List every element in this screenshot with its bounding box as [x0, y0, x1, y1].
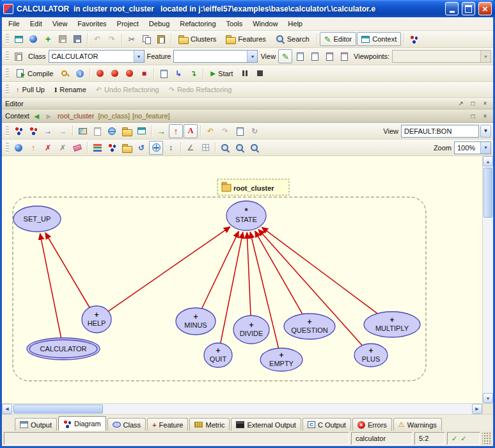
rename-button[interactable]: Rename — [50, 83, 91, 97]
horizontal-scroll-thumb[interactable] — [13, 404, 103, 413]
chevron-down-icon[interactable] — [247, 51, 257, 62]
add-link-button[interactable] — [154, 124, 168, 138]
menu-item-favorites[interactable]: Favorites — [72, 18, 111, 29]
inheritance-mode-button[interactable] — [169, 124, 183, 138]
toolbar-gripper[interactable] — [6, 84, 9, 95]
copy-button[interactable] — [139, 32, 153, 46]
diagram-history-button[interactable] — [233, 124, 247, 138]
freeze-button[interactable] — [58, 67, 72, 81]
eraser-button[interactable] — [70, 141, 84, 155]
menu-item-window[interactable]: Window — [248, 18, 283, 29]
cluster-layout-button[interactable] — [120, 141, 134, 155]
resize-grip[interactable] — [482, 432, 491, 445]
scroll-down-button[interactable]: ▼ — [483, 393, 493, 403]
context-close-button[interactable] — [480, 111, 490, 120]
features-button[interactable]: Features — [221, 32, 270, 46]
toolbar-gripper[interactable] — [6, 51, 9, 61]
center-diagram-button[interactable] — [26, 141, 40, 155]
class-node-state[interactable]: *STATE — [226, 201, 266, 230]
refresh-diagram-button[interactable] — [248, 124, 262, 138]
show-labels-button[interactable] — [184, 124, 198, 138]
undo-button[interactable] — [90, 32, 104, 46]
delete-button[interactable] — [41, 141, 55, 155]
step-out-button[interactable] — [186, 67, 200, 81]
tree-layout-button[interactable] — [105, 141, 119, 155]
tab-class[interactable]: Class — [107, 418, 146, 431]
class-combobox[interactable]: CALCULATOR — [49, 50, 145, 63]
print-button[interactable] — [90, 124, 104, 138]
toolbar-gripper[interactable] — [6, 126, 9, 136]
open-button[interactable] — [26, 32, 40, 46]
sort-button[interactable] — [164, 141, 178, 155]
menu-item-debug[interactable]: Debug — [144, 18, 175, 29]
context-maximize-button[interactable] — [468, 111, 478, 120]
view-clients-button[interactable] — [308, 49, 322, 63]
tab-warnings[interactable]: Warnings — [393, 418, 442, 431]
tab-diagram[interactable]: Diagram — [58, 416, 106, 431]
inheritance-link-help-state[interactable] — [108, 227, 230, 311]
inheritance-link-multiply-state[interactable] — [262, 227, 377, 314]
toolbar-gripper[interactable] — [6, 143, 9, 153]
inheritance-link-button[interactable] — [41, 124, 55, 138]
zoom-combobox[interactable]: 100% — [454, 141, 491, 154]
class-node-quit[interactable]: +QUIT — [204, 343, 232, 367]
diagram-view-combobox[interactable]: DEFAULT:BON — [401, 125, 479, 138]
compile-button[interactable]: Compile — [12, 67, 58, 81]
horizontal-scrollbar[interactable]: ◀ ▶ — [2, 403, 482, 414]
menu-item-project[interactable]: Project — [112, 18, 144, 29]
pull-up-button[interactable]: Pull Up — [12, 83, 49, 97]
layout-button[interactable] — [90, 141, 104, 155]
redo-button[interactable] — [105, 32, 119, 46]
menu-item-view[interactable]: View — [47, 18, 73, 29]
export-png-button[interactable] — [75, 124, 90, 138]
menu-item-edit[interactable]: Edit — [25, 18, 47, 29]
redo-refactoring-button[interactable]: Redo Refactoring — [164, 83, 237, 97]
editor-undock-button[interactable] — [456, 99, 466, 108]
step-into-button[interactable] — [171, 67, 185, 81]
inheritance-link-question-state[interactable] — [255, 231, 302, 314]
vertical-scrollbar[interactable]: ▲ ▼ — [482, 156, 493, 403]
fit-view-button[interactable] — [12, 141, 26, 155]
debug-kill-button[interactable] — [137, 67, 151, 81]
diagram-canvas[interactable]: root_cluster SET_UP*STATE+HELPCALCULATOR… — [2, 156, 482, 403]
minimize-button[interactable] — [445, 2, 459, 15]
app-icon[interactable] — [3, 4, 13, 14]
client-link-button[interactable] — [56, 124, 70, 138]
cluster-tag[interactable]: root_cluster — [217, 179, 289, 195]
debug-object-button[interactable] — [107, 67, 122, 81]
system-info-button[interactable] — [73, 67, 87, 81]
diagram-redo-button[interactable] — [218, 124, 232, 138]
zoom-fit-button[interactable] — [233, 141, 247, 155]
class-legend-button[interactable] — [12, 124, 26, 138]
inheritance-link-divide-state[interactable] — [247, 232, 251, 316]
paste-button[interactable] — [154, 32, 168, 46]
chevron-down-icon[interactable] — [480, 142, 491, 154]
class-node-question[interactable]: +QUESTION — [284, 314, 335, 339]
cluster-legend-button[interactable] — [26, 124, 40, 138]
toolbar-gripper[interactable] — [6, 68, 9, 79]
debug-run-button[interactable] — [93, 67, 107, 81]
new-cluster-button[interactable] — [120, 124, 134, 138]
diagram-undo-button[interactable] — [203, 124, 217, 138]
tab-c-output[interactable]: C Output — [302, 418, 351, 431]
save-all-button[interactable] — [70, 32, 84, 46]
history-back-button[interactable] — [32, 111, 42, 120]
view-flat-button[interactable] — [293, 49, 307, 63]
context-button[interactable]: Context — [357, 32, 401, 46]
menu-item-help[interactable]: Help — [283, 18, 308, 29]
pan-mode-button[interactable] — [149, 141, 163, 155]
undo-refactoring-button[interactable]: Undo Refactoring — [91, 83, 164, 97]
inheritance-link-help-set_up[interactable] — [45, 233, 90, 308]
tab-output[interactable]: Output — [15, 418, 57, 431]
editor-button[interactable]: Editor — [320, 32, 357, 46]
web-view-button[interactable] — [105, 124, 119, 138]
scroll-left-button[interactable]: ◀ — [2, 404, 12, 414]
debug-disable-button[interactable] — [122, 67, 136, 81]
chevron-down-icon[interactable] — [134, 51, 144, 62]
tab-metric[interactable]: Metric — [189, 418, 230, 431]
class-node-plus[interactable]: +PLUS — [354, 344, 388, 367]
diagram-view-dropdown-button[interactable] — [480, 125, 491, 138]
class-node-multiply[interactable]: +MULTIPLY — [364, 312, 420, 337]
editor-close-button[interactable] — [480, 99, 490, 108]
view-ancestors-button[interactable] — [322, 49, 336, 63]
